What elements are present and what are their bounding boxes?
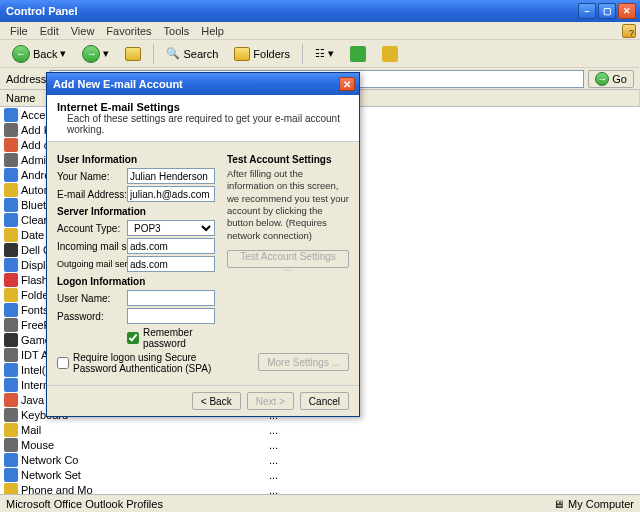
folders-button[interactable]: Folders — [228, 43, 296, 65]
tool-icon — [382, 46, 398, 62]
item-name: Fonts — [21, 304, 49, 316]
maximize-button[interactable]: ▢ — [598, 3, 616, 19]
views-button[interactable]: ☷ ▾ — [309, 43, 340, 65]
separator — [302, 44, 303, 64]
item-name: Mouse — [21, 439, 54, 451]
label-accttype: Account Type: — [57, 223, 127, 234]
label-remember: Remember password — [143, 327, 215, 349]
label-password: Password: — [57, 311, 127, 322]
dialog-close-button[interactable]: ✕ — [339, 77, 355, 91]
item-icon — [4, 153, 18, 167]
item-icon — [4, 213, 18, 227]
item-icon — [4, 438, 18, 452]
menu-file[interactable]: File — [4, 23, 34, 39]
dialog-header: Internet E-mail Settings Each of these s… — [47, 95, 359, 142]
item-comment: ... — [265, 439, 640, 451]
input-password[interactable] — [127, 308, 215, 324]
dialog-title: Add New E-mail Account — [51, 78, 339, 90]
list-item[interactable]: Mail... — [0, 422, 640, 437]
status-text: Microsoft Office Outlook Profiles — [6, 498, 163, 510]
item-icon — [4, 453, 18, 467]
cancel-button[interactable]: Cancel — [300, 392, 349, 410]
window-titlebar: Control Panel – ▢ ✕ — [0, 0, 640, 22]
item-icon — [4, 393, 18, 407]
list-item[interactable]: Network Co... — [0, 452, 640, 467]
menu-bar: File Edit View Favorites Tools Help ? — [0, 22, 640, 40]
section-user-info: User Information — [57, 154, 215, 165]
select-accttype[interactable]: POP3 — [127, 220, 215, 236]
input-username[interactable] — [127, 290, 215, 306]
dialog-header-title: Internet E-mail Settings — [57, 101, 349, 113]
toolbar: ←Back ▾ → ▾ 🔍Search Folders ☷ ▾ — [0, 40, 640, 68]
minimize-button[interactable]: – — [578, 3, 596, 19]
item-icon — [4, 408, 18, 422]
list-item[interactable]: Phone and Mo... — [0, 482, 640, 494]
help-icon[interactable]: ? — [622, 24, 636, 38]
more-settings-button[interactable]: More Settings ... — [258, 353, 349, 371]
item-icon — [4, 273, 18, 287]
item-icon — [4, 108, 18, 122]
item-icon — [4, 198, 18, 212]
section-server-info: Server Information — [57, 206, 215, 217]
list-item[interactable]: Network Set... — [0, 467, 640, 482]
forward-button[interactable]: → ▾ — [76, 43, 115, 65]
item-comment: ... — [265, 484, 640, 495]
item-name: Java — [21, 394, 44, 406]
menu-view[interactable]: View — [65, 23, 101, 39]
tool-button-1[interactable] — [344, 43, 372, 65]
section-logon-info: Logon Information — [57, 276, 215, 287]
menu-edit[interactable]: Edit — [34, 23, 65, 39]
item-icon — [4, 333, 18, 347]
item-name: Network Co — [21, 454, 78, 466]
menu-favorites[interactable]: Favorites — [100, 23, 157, 39]
dialog-footer: < Back Next > Cancel — [47, 385, 359, 416]
folders-icon — [234, 47, 250, 61]
back-button[interactable]: < Back — [192, 392, 241, 410]
back-icon: ← — [12, 45, 30, 63]
label-email: E-mail Address: — [57, 189, 127, 200]
check-icon — [350, 46, 366, 62]
label-yourname: Your Name: — [57, 171, 127, 182]
search-icon: 🔍 — [166, 47, 180, 60]
separator — [153, 44, 154, 64]
label-spa: Require logon using Secure Password Auth… — [73, 352, 215, 374]
item-icon — [4, 138, 18, 152]
item-icon — [4, 378, 18, 392]
item-icon — [4, 483, 18, 495]
item-icon — [4, 228, 18, 242]
input-outgoing[interactable] — [127, 256, 215, 272]
menu-tools[interactable]: Tools — [158, 23, 196, 39]
next-button[interactable]: Next > — [247, 392, 294, 410]
status-bar: Microsoft Office Outlook Profiles 🖥 My C… — [0, 494, 640, 512]
checkbox-spa[interactable] — [57, 357, 69, 369]
label-incoming: Incoming mail server: — [57, 241, 127, 252]
address-label: Address — [6, 73, 46, 85]
checkbox-remember[interactable] — [127, 332, 139, 344]
item-comment: ... — [265, 424, 640, 436]
dialog-header-subtitle: Each of these settings are required to g… — [57, 113, 349, 135]
item-icon — [4, 168, 18, 182]
add-email-dialog: Add New E-mail Account ✕ Internet E-mail… — [46, 72, 360, 417]
tool-button-2[interactable] — [376, 43, 404, 65]
item-icon — [4, 318, 18, 332]
menu-help[interactable]: Help — [195, 23, 230, 39]
list-item[interactable]: Mouse... — [0, 437, 640, 452]
test-settings-button[interactable]: Test Account Settings ... — [227, 250, 349, 268]
input-email[interactable] — [127, 186, 215, 202]
go-button[interactable]: →Go — [588, 70, 634, 88]
dialog-titlebar: Add New E-mail Account ✕ — [47, 73, 359, 95]
item-icon — [4, 288, 18, 302]
test-description: After filling out the information on thi… — [227, 168, 349, 242]
item-comment: ... — [265, 454, 640, 466]
up-button[interactable] — [119, 43, 147, 65]
input-yourname[interactable] — [127, 168, 215, 184]
input-incoming[interactable] — [127, 238, 215, 254]
status-right: 🖥 My Computer — [553, 498, 634, 510]
item-icon — [4, 258, 18, 272]
label-outgoing: Outgoing mail server (SMTP): — [57, 259, 127, 269]
back-button[interactable]: ←Back ▾ — [6, 43, 72, 65]
close-button[interactable]: ✕ — [618, 3, 636, 19]
label-username: User Name: — [57, 293, 127, 304]
search-button[interactable]: 🔍Search — [160, 43, 224, 65]
item-icon — [4, 468, 18, 482]
